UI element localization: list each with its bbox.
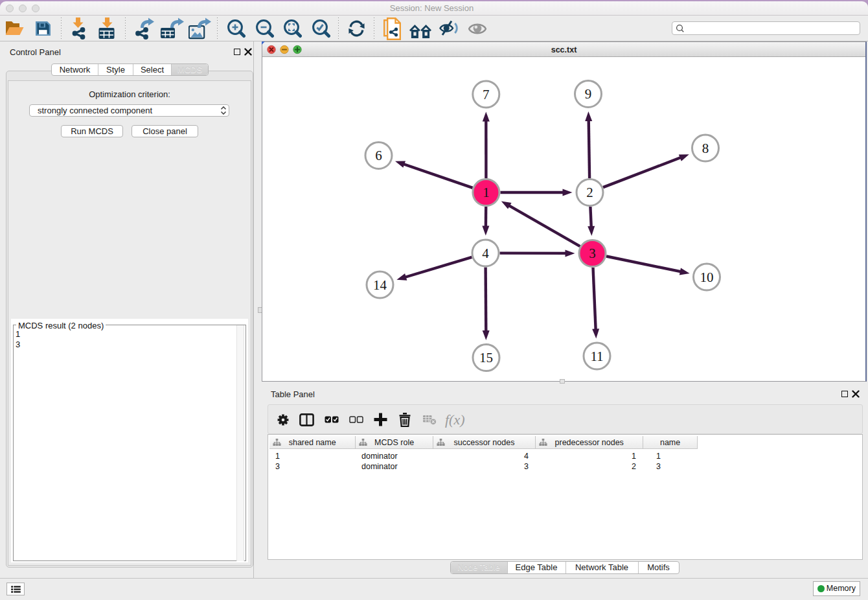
svg-text:14: 14 xyxy=(373,277,387,293)
svg-text:9: 9 xyxy=(585,86,592,102)
svg-text:10: 10 xyxy=(700,270,714,285)
svg-text:7: 7 xyxy=(483,87,490,102)
svg-text:6: 6 xyxy=(375,148,382,163)
svg-text:15: 15 xyxy=(479,350,493,365)
svg-text:2: 2 xyxy=(586,185,593,200)
svg-text:4: 4 xyxy=(482,246,489,261)
svg-text:8: 8 xyxy=(702,141,709,156)
svg-text:1: 1 xyxy=(483,185,490,200)
svg-text:11: 11 xyxy=(590,349,603,364)
svg-text:3: 3 xyxy=(589,246,596,261)
